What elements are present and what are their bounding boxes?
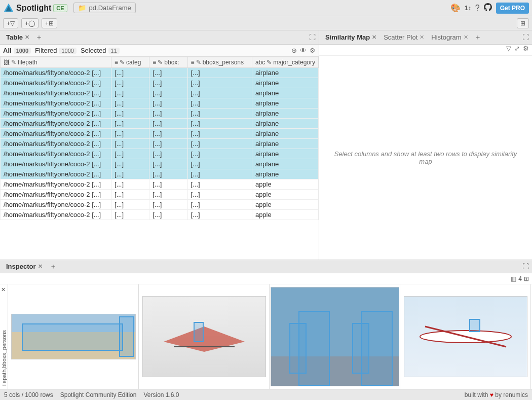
cell-major-category: airplane (252, 88, 318, 98)
table-wrap[interactable]: 🖼✎filepath ≡✎categ ≡✎bbox: ≡✎bboxs_perso… (0, 57, 319, 260)
table-row[interactable]: /home/markus/fiftyone/coco-2 [...][...][… (1, 68, 319, 78)
get-pro-button[interactable]: Get PRO (496, 3, 529, 14)
filter-filtered[interactable]: Filtered1000 (35, 47, 77, 54)
th-bboxs[interactable]: ≡✎bbox: (149, 57, 187, 68)
fit-icon[interactable]: ⤢ (514, 45, 520, 55)
table-row[interactable]: /home/markus/fiftyone/coco-2 [...][...][… (1, 169, 319, 179)
visibility-icon[interactable]: 👁 (300, 47, 307, 54)
inspector-toolbar: ▥ 4 ⊞ (0, 273, 532, 284)
close-icon[interactable]: ✕ (38, 263, 43, 270)
table-row[interactable]: /home/markus/fiftyone/coco-2 [...][...][… (1, 108, 319, 119)
tab-histogram[interactable]: Histogram✕ (428, 32, 471, 42)
inspector-image-3[interactable] (270, 284, 400, 389)
cell-bboxs-persons: [...] (187, 149, 252, 159)
table-row[interactable]: /home/markus/fiftyone/coco-2 [...][...][… (1, 98, 319, 108)
cell-category: [...] (111, 190, 149, 200)
color-palette-icon[interactable]: 🎨 (450, 3, 461, 13)
image-icon: 🖼 (4, 59, 10, 66)
expand-icon[interactable]: ⛶ (522, 263, 529, 270)
th-bboxs-persons[interactable]: ≡✎bboxs_persons (187, 57, 252, 68)
expand-icon[interactable]: ⛶ (309, 33, 316, 41)
columns-icon[interactable]: ▥ (511, 275, 516, 282)
close-icon[interactable]: ✕ (25, 34, 29, 41)
layers-icon: ≡ (191, 59, 195, 66)
cell-category: [...] (111, 88, 149, 98)
table-row[interactable]: /home/markus/fiftyone/coco-2 [...][...][… (1, 149, 319, 159)
table-row[interactable]: /home/markus/fiftyone/coco-2 [...][...][… (1, 179, 319, 190)
table-row[interactable]: /home/markus/fiftyone/coco-2 [...][...][… (1, 139, 319, 149)
add-tag-button[interactable]: +◯ (21, 18, 39, 28)
filter-selected[interactable]: Selected11 (81, 47, 120, 54)
table-row[interactable]: /home/markus/fiftyone/coco-2 [...][...][… (1, 88, 319, 98)
close-icon[interactable]: ✕ (372, 34, 376, 41)
expand-icon[interactable]: ⛶ (522, 33, 529, 41)
cell-major-category: apple (252, 210, 318, 220)
add-tab-button[interactable]: ＋ (472, 33, 483, 42)
table-row[interactable]: /home/markus/fiftyone/coco-2 [...][...][… (1, 159, 319, 169)
settings-icon[interactable]: ⚙ (523, 45, 529, 55)
inspector-image-2[interactable] (139, 284, 270, 389)
sort-numeric-icon[interactable]: 1↕ (465, 5, 471, 12)
close-icon[interactable]: ✕ (420, 34, 424, 41)
cell-major-category: airplane (252, 169, 318, 179)
tab-inspector[interactable]: Inspector✕ (3, 262, 46, 271)
cell-bboxs-persons: [...] (187, 108, 252, 119)
path-box[interactable]: 📁 pd.DataFrame (73, 3, 136, 13)
simmap-toolbar: ▽ ⤢ ⚙ (319, 45, 532, 56)
cell-major-category: airplane (252, 68, 318, 78)
table-panel: Table✕ ＋ ⛶ All1000 Filtered1000 Selected… (0, 30, 319, 260)
cell-major-category: apple (252, 190, 318, 200)
table-row[interactable]: /home/markus/fiftyone/coco-2 [...][...][… (1, 200, 319, 210)
table-row[interactable]: /home/markus/fiftyone/coco-2 [...][...][… (1, 78, 319, 88)
close-icon[interactable]: ✕ (464, 34, 468, 41)
table-row[interactable]: /home/markus/fiftyone/coco-2 [...][...][… (1, 210, 319, 220)
inspector-image-4[interactable] (400, 284, 531, 389)
cell-bboxs-persons: [...] (187, 98, 252, 108)
th-major-category[interactable]: abc ✎major_category (252, 57, 318, 68)
cell-filepath: /home/markus/fiftyone/coco-2 [...] (1, 210, 111, 220)
github-icon[interactable] (484, 3, 492, 13)
add-layout-button[interactable]: +⊞ (42, 18, 57, 28)
cell-major-category: airplane (252, 159, 318, 169)
filter-icon[interactable]: ▽ (506, 45, 511, 55)
cell-category: [...] (111, 129, 149, 139)
layout-grid-button[interactable]: ⊞ (517, 18, 529, 28)
cell-major-category: airplane (252, 149, 318, 159)
settings-icon[interactable]: ⚙ (310, 47, 316, 54)
th-filepath[interactable]: 🖼✎filepath (1, 57, 111, 68)
table-row[interactable]: /home/markus/fiftyone/coco-2 [...][...][… (1, 129, 319, 139)
grid-icon[interactable]: ⊞ (524, 275, 529, 282)
edit-icon: ✎ (196, 59, 201, 66)
cell-filepath: /home/markus/fiftyone/coco-2 [...] (1, 200, 111, 210)
add-column-icon[interactable]: ⊕ (291, 47, 297, 54)
add-tab-button[interactable]: ＋ (48, 262, 59, 271)
cell-category: [...] (111, 139, 149, 149)
cell-bboxs: [...] (149, 200, 187, 210)
tab-similarity-map[interactable]: Similarity Map✕ (322, 32, 379, 42)
cell-bboxs-persons: [...] (187, 169, 252, 179)
add-tab-button[interactable]: ＋ (33, 33, 45, 42)
table-row[interactable]: /home/markus/fiftyone/coco-2 [...][...][… (1, 190, 319, 200)
cell-filepath: /home/markus/fiftyone/coco-2 [...] (1, 98, 111, 108)
layers-icon: ≡ (153, 59, 156, 66)
filter-all[interactable]: All1000 (3, 47, 31, 54)
cell-major-category: airplane (252, 119, 318, 129)
cell-bboxs-persons: [...] (187, 159, 252, 169)
table-row[interactable]: /home/markus/fiftyone/coco-2 [...][...][… (1, 119, 319, 129)
help-icon[interactable]: ? (475, 4, 480, 13)
cell-filepath: /home/markus/fiftyone/coco-2 [...] (1, 78, 111, 88)
cell-filepath: /home/markus/fiftyone/coco-2 [...] (1, 149, 111, 159)
cell-category: [...] (111, 119, 149, 129)
topbar: Spotlight CE 📁 pd.DataFrame 🎨 1↕ ? Get P… (0, 0, 532, 16)
add-filter-button[interactable]: +▽ (3, 18, 18, 28)
tab-table[interactable]: Table✕ (3, 32, 32, 42)
th-category[interactable]: ≡✎categ (111, 57, 149, 68)
inspector-image-1[interactable] (8, 284, 139, 389)
status-credit: built with ♥ by renumics (465, 391, 528, 398)
close-icon[interactable]: ✕ (1, 286, 6, 293)
tab-scatter-plot[interactable]: Scatter Plot✕ (381, 32, 427, 42)
inspector-body[interactable]: ✕ ilepath,bboxs_persons (0, 284, 532, 389)
cell-bboxs: [...] (149, 119, 187, 129)
cell-filepath: /home/markus/fiftyone/coco-2 [...] (1, 159, 111, 169)
vis-panel: Similarity Map✕ Scatter Plot✕ Histogram✕… (319, 30, 532, 260)
